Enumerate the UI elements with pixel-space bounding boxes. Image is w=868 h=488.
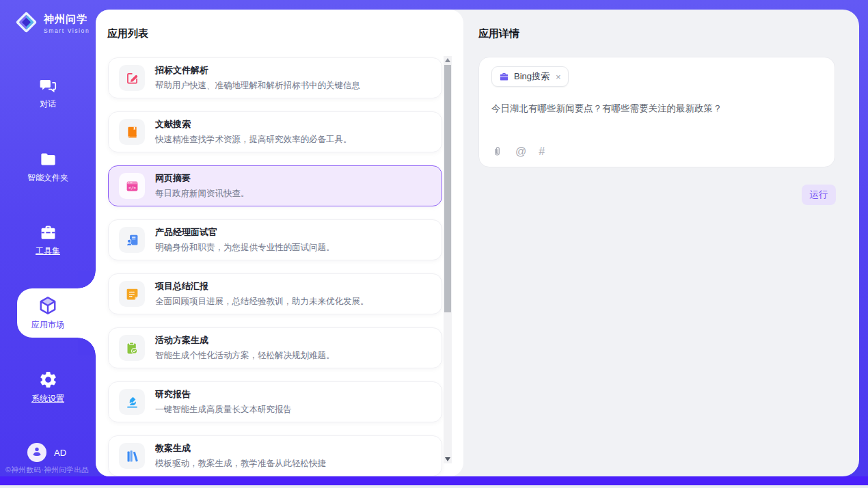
scroll-down-arrow[interactable] [445,457,450,461]
main-content: 应用列表 招标文件解析 帮助用户快速、准确地理解和解析招标书中的关键信息 文献搜… [96,10,859,476]
app-list-title: 应用列表 [107,27,148,40]
app-name: 项目总结汇报 [155,280,369,293]
app-icon-box [119,335,145,361]
app-desc: 帮助用户快速、准确地理解和解析招标书中的关键信息 [155,80,360,92]
bottom-base-bar [0,485,868,488]
app-name: 教案生成 [155,442,326,455]
prompt-input-card[interactable]: Bing搜索 × 今日湖北有哪些新闻要点？有哪些需要关注的最新政策？ @ # [478,57,835,167]
cube-icon [0,295,96,316]
app-name: 研究报告 [155,388,292,401]
bottom-accent-bar [0,476,868,485]
app-icon-box [119,389,145,415]
app-name: 产品经理面试官 [155,226,335,239]
person-icon [31,445,43,460]
sidebar-item-label: 工具集 [0,245,96,257]
clipboard-check-icon [125,341,139,355]
app-icon-box: </> [119,173,145,199]
browser-code-icon: </> [125,179,139,193]
app-name: 网页摘要 [155,172,249,185]
sidebar-item-label: 对话 [0,98,96,110]
app-icon-box [119,227,145,253]
toolbox-icon [0,223,96,242]
sidebar-item-label: 智能文件夹 [0,172,96,184]
app-desc: 一键智能生成高质量长文本研究报告 [155,404,292,416]
app-name: 文献搜索 [155,118,352,131]
tool-tag-bing-search[interactable]: Bing搜索 × [491,66,569,87]
sidebar-item-label: 应用市场 [0,319,96,331]
sidebar-item-app-market[interactable]: 应用市场 [0,295,96,331]
app-desc: 模板驱动，教案生成，教学准备从此轻松快捷 [155,458,326,470]
copyright-text: ©神州数码·神州问学出品 [5,465,89,475]
topic-icon[interactable]: # [539,146,545,157]
brand-diamond-icon [14,10,39,38]
sidebar-item-chat[interactable]: 对话 [0,77,96,110]
app-detail-panel: 应用详情 Bing搜索 × 今日湖北有哪些新闻要点？有哪些需要关注的最新政策？ … [463,10,859,476]
memo-icon [125,287,139,301]
sidebar-item-label: 系统设置 [0,393,96,405]
app-card[interactable]: </> 网页摘要 每日政府新闻资讯快查。 [108,165,442,206]
app-card[interactable]: 文献搜索 快速精准查找学术资源，提高研究效率的必备工具。 [108,111,442,152]
books-icon [125,449,139,463]
sidebar: 神州问学 Smart Vision 对话 智能文件夹 工具集 应用市场 系统设置 [0,0,96,488]
app-icon-box [119,443,145,469]
brand-subtitle: Smart Vision [44,27,90,34]
sidebar-item-settings[interactable]: 系统设置 [0,370,96,405]
svg-text:</>: </> [128,185,135,189]
question-input[interactable]: 今日湖北有哪些新闻要点？有哪些需要关注的最新政策？ [491,103,822,115]
app-name: 招标文件解析 [155,64,360,77]
scrollbar[interactable] [444,56,452,463]
brand-name: 神州问学 [44,13,90,26]
interview-icon [125,233,139,247]
scroll-up-arrow[interactable] [445,58,450,62]
briefcase-icon [499,72,509,82]
book-icon [125,125,139,139]
app-card[interactable]: 产品经理面试官 明确身份和职责，为您提供专业性的面试问题。 [108,219,442,260]
user-account[interactable]: AD [27,443,66,462]
app-desc: 全面回顾项目进展，总结经验教训，助力未来优化发展。 [155,296,369,308]
app-card[interactable]: 招标文件解析 帮助用户快速、准确地理解和解析招标书中的关键信息 [108,57,442,98]
gear-icon [0,370,96,390]
sidebar-item-smart-folder[interactable]: 智能文件夹 [0,150,96,184]
attachment-icon[interactable] [491,146,503,157]
app-card[interactable]: 教案生成 模板驱动，教案生成，教学准备从此轻松快捷 [108,435,442,476]
microscope-icon [125,395,139,409]
close-icon[interactable]: × [556,72,561,82]
chat-icon [0,77,96,95]
brand-logo: 神州问学 Smart Vision [14,10,90,38]
scrollbar-thumb[interactable] [444,65,451,312]
app-desc: 智能生成个性化活动方案，轻松解决规划难题。 [155,350,335,362]
user-initials: AD [54,448,66,458]
app-card[interactable]: 研究报告 一键智能生成高质量长文本研究报告 [108,381,442,422]
app-card[interactable]: 项目总结汇报 全面回顾项目进展，总结经验教训，助力未来优化发展。 [108,273,442,314]
app-icon-box [119,65,145,91]
app-icon-box [119,281,145,307]
document-edit-icon [125,71,139,85]
run-button[interactable]: 运行 [802,185,836,205]
app-card[interactable]: 活动方案生成 智能生成个性化活动方案，轻松解决规划难题。 [108,327,442,368]
mention-icon[interactable]: @ [515,146,526,157]
app-desc: 快速精准查找学术资源，提高研究效率的必备工具。 [155,134,352,146]
app-card-list: 招标文件解析 帮助用户快速、准确地理解和解析招标书中的关键信息 文献搜索 快速精… [108,57,442,476]
app-desc: 每日政府新闻资讯快查。 [155,188,249,200]
avatar [27,443,46,462]
tool-tag-label: Bing搜索 [514,70,550,83]
folder-icon [0,150,96,169]
app-detail-title: 应用详情 [478,27,519,40]
app-list-panel: 应用列表 招标文件解析 帮助用户快速、准确地理解和解析招标书中的关键信息 文献搜… [96,10,463,476]
sidebar-item-toolset[interactable]: 工具集 [0,223,96,257]
app-window: 神州问学 Smart Vision 对话 智能文件夹 工具集 应用市场 系统设置 [0,0,868,488]
app-desc: 明确身份和职责，为您提供专业性的面试问题。 [155,242,335,254]
app-name: 活动方案生成 [155,334,335,347]
app-icon-box [119,119,145,145]
